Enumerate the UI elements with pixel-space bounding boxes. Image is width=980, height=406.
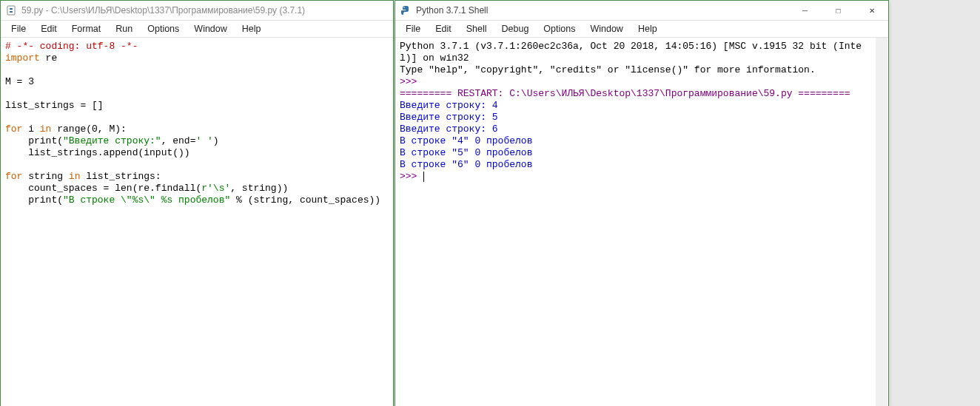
menu-help[interactable]: Help	[631, 22, 665, 35]
code-token: , end=	[161, 135, 196, 146]
shell-output: В строке "4" 0 пробелов	[400, 135, 532, 146]
menu-run[interactable]: Run	[108, 22, 140, 35]
menu-window[interactable]: Window	[187, 22, 234, 35]
code-token: list_strings:	[80, 171, 161, 182]
desktop: 59.py - C:\Users\ИЛЬЯ\Desktop\1337\Прогр…	[0, 0, 980, 406]
python-file-icon	[5, 4, 17, 16]
code-keyword: for	[5, 124, 22, 135]
text-cursor	[423, 172, 424, 182]
shell-banner: Type "help", "copyright", "credits" or "…	[400, 64, 816, 75]
shell-output: Введите строку: 4	[400, 100, 498, 111]
shell-prompt: >>>	[400, 171, 423, 182]
menu-file[interactable]: File	[398, 22, 428, 35]
menu-options[interactable]: Options	[140, 22, 187, 35]
svg-point-1	[403, 7, 405, 8]
shell-output-area[interactable]: Python 3.7.1 (v3.7.1:260ec2c36a, Oct 20 …	[395, 38, 888, 406]
editor-window: 59.py - C:\Users\ИЛЬЯ\Desktop\1337\Прогр…	[0, 0, 394, 406]
shell-output: В строке "6" 0 пробелов	[400, 159, 532, 170]
code-token: print(	[5, 135, 63, 146]
menu-edit[interactable]: Edit	[33, 22, 64, 35]
code-keyword: in	[69, 171, 81, 182]
code-token: % (string, count_spaces))	[230, 194, 380, 206]
code-comment: # -*- coding: utf-8 -*-	[5, 41, 138, 52]
shell-output: В строке "5" 0 пробелов	[400, 147, 532, 158]
menu-edit[interactable]: Edit	[428, 22, 459, 35]
menu-shell[interactable]: Shell	[459, 22, 494, 35]
shell-prompt: >>>	[400, 76, 423, 87]
code-keyword: in	[40, 124, 52, 135]
menu-format[interactable]: Format	[64, 22, 109, 35]
code-keyword: for	[5, 171, 22, 182]
code-token: count_spaces = len(re.findall(	[5, 183, 201, 194]
code-token: range(0, M):	[51, 124, 126, 135]
code-string: "В строке \"%s\" %s пробелов"	[63, 194, 230, 206]
editor-title: 59.py - C:\Users\ИЛЬЯ\Desktop\1337\Прогр…	[21, 5, 393, 16]
close-button[interactable]: ✕	[855, 1, 888, 20]
menu-options[interactable]: Options	[536, 22, 583, 35]
shell-output: Введите строку: 5	[400, 112, 498, 123]
shell-banner: l)] on win32	[400, 53, 469, 64]
code-token: , string))	[230, 183, 288, 194]
code-line: list_strings = []	[5, 100, 104, 111]
code-token: print(	[5, 194, 63, 206]
shell-output: Введите строку: 6	[400, 124, 498, 135]
python-shell-icon	[400, 4, 412, 16]
svg-rect-0	[7, 6, 15, 15]
code-token: re	[40, 53, 57, 64]
menu-file[interactable]: File	[4, 22, 33, 35]
window-controls: ─ □ ✕	[788, 1, 888, 20]
shell-titlebar[interactable]: Python 3.7.1 Shell ─ □ ✕	[395, 1, 888, 21]
shell-title: Python 3.7.1 Shell	[416, 5, 788, 16]
shell-banner: Python 3.7.1 (v3.7.1:260ec2c36a, Oct 20 …	[400, 41, 862, 52]
editor-menubar: File Edit Format Run Options Window Help	[1, 21, 393, 38]
editor-titlebar[interactable]: 59.py - C:\Users\ИЛЬЯ\Desktop\1337\Прогр…	[1, 1, 393, 21]
minimize-button[interactable]: ─	[788, 1, 822, 20]
code-token: i	[22, 124, 39, 135]
menu-window[interactable]: Window	[583, 22, 630, 35]
code-line: M = 3	[5, 76, 34, 87]
code-string: r'\s'	[201, 183, 230, 194]
code-token: string	[22, 171, 68, 182]
code-line: list_strings.append(input())	[5, 147, 190, 158]
maximize-button[interactable]: □	[822, 1, 855, 20]
vertical-scrollbar[interactable]	[876, 38, 887, 406]
shell-menubar: File Edit Shell Debug Options Window Hel…	[395, 21, 888, 38]
code-string: "Введите строку:"	[63, 135, 161, 146]
code-keyword: import	[5, 53, 40, 64]
menu-debug[interactable]: Debug	[494, 22, 537, 35]
shell-window: Python 3.7.1 Shell ─ □ ✕ File Edit Shell…	[395, 0, 889, 406]
menu-help[interactable]: Help	[235, 22, 269, 35]
editor-code-area[interactable]: # -*- coding: utf-8 -*- import re M = 3 …	[1, 38, 393, 406]
code-token: )	[213, 135, 219, 146]
code-string: ' '	[195, 135, 212, 146]
shell-restart: ========= RESTART: C:\Users\ИЛЬЯ\Desktop…	[400, 88, 850, 99]
